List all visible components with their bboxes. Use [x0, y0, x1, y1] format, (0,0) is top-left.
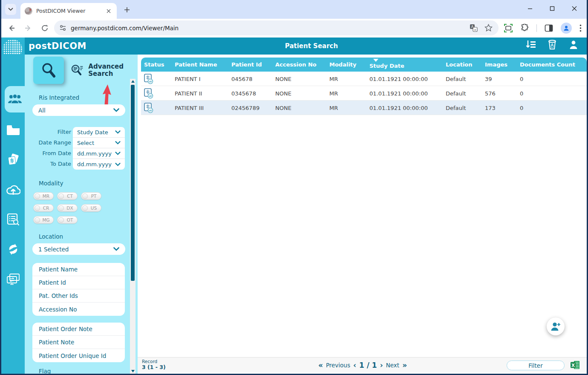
translate-icon[interactable]: Aa	[470, 24, 478, 32]
toggle-knob	[58, 193, 64, 199]
col-accession-no[interactable]: Accession No	[275, 58, 317, 72]
cell-study-date: 01.01.1921 00:00:00	[369, 72, 428, 86]
site-settings-icon[interactable]	[59, 24, 66, 32]
col-documents-count[interactable]: Documents Count	[520, 58, 575, 72]
modality-toggle-dx[interactable]: DX	[57, 204, 78, 212]
previous-page-icon[interactable]: ‹	[353, 361, 356, 369]
patient-order-note-input[interactable]: Patient Order Note	[32, 323, 125, 336]
to-date-select[interactable]: dd.mm.yyyy	[73, 159, 125, 170]
from-date-select[interactable]: dd.mm.yyyy	[73, 148, 125, 159]
forward-icon[interactable]	[22, 22, 35, 35]
date-range-select[interactable]: Select	[73, 138, 125, 148]
next-button[interactable]: Next	[386, 362, 399, 369]
col-modality[interactable]: Modality	[329, 58, 357, 72]
modality-toggle-mr[interactable]: MR	[33, 192, 54, 200]
rail-item-folders[interactable]	[1, 118, 25, 142]
modality-option-label: PT	[88, 193, 101, 199]
export-excel-icon[interactable]: X	[570, 360, 580, 372]
study-status-icon	[144, 88, 154, 99]
panel-scrollbar[interactable]	[130, 79, 135, 374]
rail-item-sync[interactable]	[1, 237, 25, 262]
first-page-icon[interactable]: «	[318, 361, 323, 369]
rail-item-order-list-search[interactable]	[1, 207, 25, 232]
cell-modality: MR	[329, 101, 338, 115]
cell-location: Default	[446, 101, 466, 115]
patient-note-input[interactable]: Patient Note	[32, 336, 125, 349]
rail-item-patients[interactable]	[5, 86, 25, 112]
accession-no-input[interactable]: Accession No	[32, 303, 125, 316]
next-page-icon[interactable]: ›	[380, 361, 383, 369]
minimize-button[interactable]	[525, 4, 535, 13]
rail-item-share-screens[interactable]	[1, 267, 25, 291]
url-text: germany.postdicom.com/Viewer/Main	[71, 25, 470, 32]
extensions-icon[interactable]	[520, 24, 529, 32]
ris-integrated-select[interactable]: All	[32, 104, 125, 116]
close-button[interactable]	[570, 4, 579, 13]
maximize-button[interactable]	[548, 4, 557, 13]
browser-profile-avatar[interactable]	[561, 23, 572, 34]
col-status[interactable]: Status	[144, 58, 164, 72]
location-label: Location	[39, 233, 63, 240]
sort-download-icon[interactable]	[525, 39, 536, 50]
modality-option-label: DX	[64, 205, 77, 211]
cell-location: Default	[446, 86, 466, 101]
cloud-upload-icon	[6, 184, 20, 195]
patient-id-input[interactable]: Patient Id	[32, 276, 125, 289]
filter-button[interactable]: Filter	[507, 361, 565, 370]
tab-simple-search[interactable]	[33, 57, 64, 84]
modality-toggle-ct[interactable]: CT	[57, 192, 78, 200]
flag-label: Flag	[39, 368, 51, 375]
table-row[interactable]: PATIENT I 045678 NONE MR 01.01.1921 00:0…	[141, 72, 587, 86]
user-icon[interactable]	[568, 39, 579, 50]
folder-icon	[6, 125, 20, 135]
record-label: Record	[142, 359, 166, 364]
side-panel-icon[interactable]	[545, 24, 553, 32]
back-icon[interactable]	[5, 22, 18, 35]
col-location[interactable]: Location	[446, 58, 473, 72]
table-row[interactable]: PATIENT II 0345678 NONE MR 01.01.1921 00…	[141, 86, 587, 101]
pagination: « Previous ‹ 1 / 1 › Next »	[318, 358, 407, 373]
tab-advanced-search[interactable]: Advanced Search	[71, 57, 135, 84]
location-select[interactable]: 1 Selected	[32, 243, 125, 255]
reload-icon[interactable]	[38, 22, 51, 35]
bookmark-star-icon[interactable]	[484, 24, 493, 32]
previous-button[interactable]: Previous	[326, 362, 350, 369]
results-area: Status Patient Name Patient Id Accession…	[138, 55, 587, 374]
tab-close-icon[interactable]	[105, 7, 112, 15]
scrollbar-thumb[interactable]	[131, 85, 135, 281]
modality-toggle-mg[interactable]: MG	[33, 216, 54, 224]
chevron-down-icon	[115, 141, 121, 144]
patient-other-ids-input[interactable]: Pat. Other Ids	[32, 289, 125, 303]
scroll-down-icon[interactable]	[131, 369, 135, 373]
address-bar[interactable]: germany.postdicom.com/Viewer/Main Aa	[54, 20, 499, 35]
col-images[interactable]: Images	[485, 58, 507, 72]
filter-select[interactable]: Study Date	[73, 127, 125, 138]
modality-toggle-pt[interactable]: PT	[81, 192, 101, 200]
modality-toggle-cr[interactable]: CR	[33, 204, 54, 212]
col-study-date[interactable]: Study Date	[369, 60, 404, 72]
patient-name-input[interactable]: Patient Name	[32, 263, 125, 276]
rail-item-cloud-upload[interactable]	[1, 177, 25, 202]
last-page-icon[interactable]: »	[402, 361, 407, 369]
trash-icon[interactable]	[547, 39, 558, 50]
table-row-selected[interactable]: PATIENT III 02456789 NONE MR 01.01.1921 …	[141, 101, 587, 115]
location-value: 1 Selected	[38, 246, 113, 253]
modality-toggle-us[interactable]: US	[81, 204, 101, 212]
col-patient-name[interactable]: Patient Name	[175, 58, 217, 72]
cell-patient-name: PATIENT I	[175, 72, 201, 86]
col-patient-id[interactable]: Patient Id	[231, 58, 262, 72]
screen-capture-icon[interactable]	[504, 24, 513, 32]
status-cell	[144, 101, 154, 115]
browser-menu-icon[interactable]	[579, 24, 582, 32]
cell-study-date: 01.01.1921 00:00:00	[369, 101, 428, 115]
browser-tab[interactable]: PostDICOM Viewer	[20, 3, 117, 19]
rail-item-medical-records[interactable]	[1, 147, 25, 172]
patient-order-unique-id-input[interactable]: Patient Order Unique Id	[32, 349, 125, 362]
toggle-knob	[35, 217, 40, 223]
scroll-up-icon[interactable]	[131, 80, 135, 83]
modality-toggle-ot[interactable]: OT	[57, 216, 78, 224]
tab-search-button[interactable]	[5, 4, 16, 15]
new-tab-button[interactable]	[122, 5, 132, 15]
add-patient-button[interactable]	[547, 317, 565, 335]
chevron-down-icon	[115, 152, 121, 155]
